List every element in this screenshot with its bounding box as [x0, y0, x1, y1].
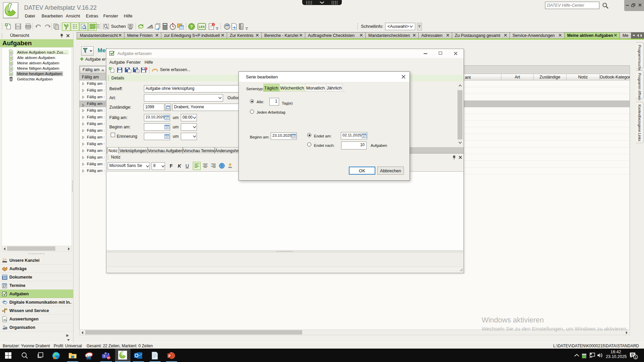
svg-text:5: 5	[635, 356, 636, 359]
svg-text:9+: 9+	[107, 356, 110, 359]
svg-text:17: 17	[3, 285, 6, 288]
svg-text:17: 17	[165, 135, 168, 138]
svg-text:LEX: LEX	[199, 25, 205, 28]
svg-text:T: T	[103, 355, 105, 358]
svg-text:17: 17	[165, 126, 168, 129]
svg-text:17: 17	[292, 135, 295, 138]
svg-text:P: P	[168, 354, 171, 358]
svg-text:17: 17	[165, 117, 168, 120]
svg-text:17: 17	[363, 135, 365, 138]
svg-text:?: ?	[190, 24, 193, 29]
